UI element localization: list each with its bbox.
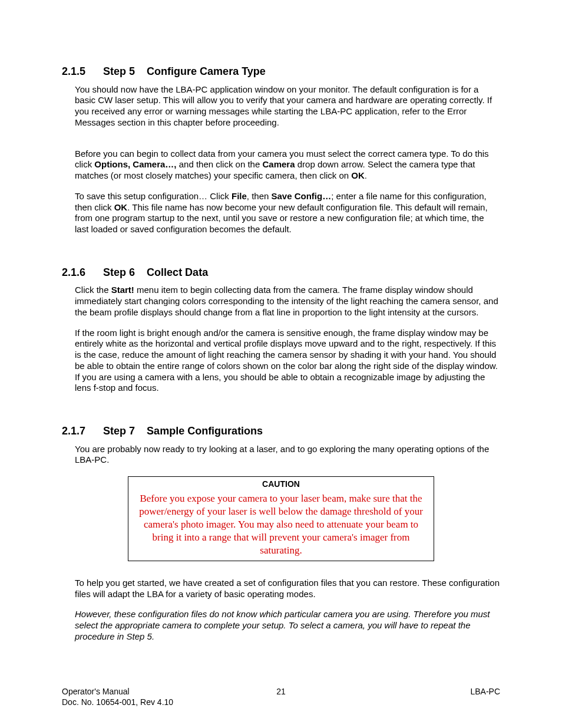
paragraph: To help you get started, we have created… — [75, 578, 500, 600]
bold-text: Save Config… — [272, 191, 332, 201]
section-number: 2.1.7 — [62, 425, 85, 437]
section-step: Step 7 — [103, 425, 135, 437]
bold-text: File — [232, 191, 247, 201]
section-step: Step 6 — [103, 266, 135, 278]
bold-text: Camera — [262, 159, 295, 169]
heading-2.1.5: 2.1.5 Step 5 Configure Camera Type — [62, 65, 500, 78]
section-number: 2.1.6 — [62, 266, 85, 278]
text-run: , then — [247, 191, 272, 201]
text-run: To save this setup configuration… Click — [75, 191, 232, 201]
caution-box: CAUTION Before you expose your camera to… — [128, 476, 434, 561]
paragraph: If the room light is bright enough and/o… — [75, 328, 500, 394]
paragraph: You should now have the LBA-PC applicati… — [75, 84, 500, 129]
paragraph: Before you can begin to collect data fro… — [75, 149, 500, 182]
text-run: menu item to begin collecting data from … — [75, 285, 498, 317]
section-step: Step 5 — [103, 65, 135, 77]
caution-title: CAUTION — [134, 479, 428, 490]
bold-text: OK — [351, 170, 365, 180]
text-run: . — [365, 170, 367, 180]
paragraph: You are probably now ready to try lookin… — [75, 444, 500, 466]
text-run: . This file name has now become your new… — [75, 202, 488, 235]
heading-2.1.6: 2.1.6 Step 6 Collect Data — [62, 266, 500, 279]
paragraph: Click the Start! menu item to begin coll… — [75, 285, 500, 318]
bold-text: Options, Camera…, — [94, 159, 176, 169]
bold-text: Start! — [111, 285, 134, 295]
caution-body: Before you expose your camera to your la… — [134, 492, 428, 557]
footer-docno: Doc. No. 10654-001, Rev 4.10 — [62, 697, 173, 707]
paragraph: To save this setup configuration… Click … — [75, 191, 500, 235]
bold-text: OK — [114, 202, 128, 212]
footer-pageno: 21 — [62, 687, 500, 697]
section-number: 2.1.5 — [62, 65, 85, 77]
paragraph-italic: However, these configuration files do no… — [75, 609, 500, 642]
text-run: Click the — [75, 285, 111, 295]
section-title: Sample Configurations — [147, 425, 263, 437]
heading-2.1.7: 2.1.7 Step 7 Sample Configurations — [62, 424, 500, 438]
footer-product: LBA-PC — [470, 687, 500, 697]
text-run: and then click on the — [177, 159, 263, 169]
section-title: Configure Camera Type — [147, 65, 266, 77]
section-title: Collect Data — [147, 266, 208, 278]
document-page: 2.1.5 Step 5 Configure Camera Type You s… — [0, 0, 562, 728]
